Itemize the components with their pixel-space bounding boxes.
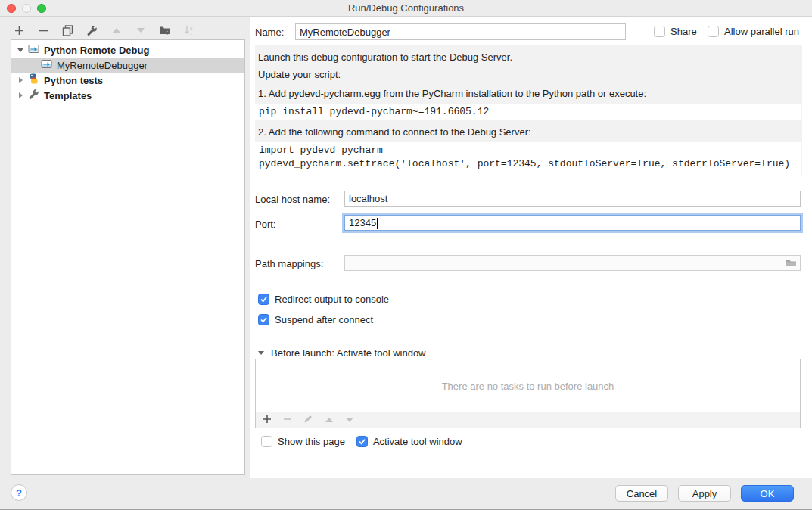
tree-item-label: Python Remote Debug bbox=[42, 45, 149, 56]
redirect-output-checkbox[interactable] bbox=[258, 294, 269, 305]
chevron-down-icon[interactable] bbox=[258, 347, 266, 359]
description-panel: Launch this debug configuration to start… bbox=[255, 45, 802, 176]
remove-icon[interactable] bbox=[38, 25, 49, 36]
python-icon bbox=[28, 73, 39, 87]
edit-pencil-icon[interactable] bbox=[303, 414, 313, 426]
tree-item-templates[interactable]: Templates bbox=[11, 88, 244, 103]
before-launch-task-list[interactable]: There are no tasks to run before launch bbox=[255, 359, 801, 413]
local-host-name-label: Local host name: bbox=[255, 194, 330, 205]
configurations-sidebar: az Python Remote Debug MyRemoteDebugger bbox=[0, 17, 250, 510]
text-caret bbox=[377, 218, 378, 229]
copy-icon[interactable] bbox=[62, 25, 73, 36]
new-folder-icon[interactable] bbox=[159, 25, 170, 36]
tree-item-label: Python tests bbox=[42, 75, 103, 86]
svg-text:a: a bbox=[190, 26, 193, 30]
path-mappings-label: Path mappings: bbox=[255, 258, 323, 269]
port-value: 12345 bbox=[349, 217, 376, 229]
suspend-after-connect-checkbox-group[interactable]: Suspend after connect bbox=[258, 314, 373, 325]
path-mappings-input[interactable] bbox=[344, 255, 801, 271]
remove-icon[interactable] bbox=[283, 415, 292, 426]
allow-parallel-run-checkbox-group[interactable]: Allow parallel run bbox=[708, 26, 799, 37]
name-input[interactable] bbox=[295, 23, 626, 40]
move-up-icon[interactable] bbox=[110, 25, 122, 36]
tree-item-label: Templates bbox=[42, 90, 92, 101]
ok-button[interactable]: OK bbox=[741, 485, 794, 502]
add-icon[interactable] bbox=[263, 415, 272, 426]
chevron-right-icon[interactable] bbox=[16, 76, 25, 84]
add-icon[interactable] bbox=[14, 25, 25, 36]
port-input[interactable]: 12345 bbox=[344, 215, 801, 231]
description-line: Launch this debug configuration to start… bbox=[258, 45, 802, 64]
apply-button[interactable]: Apply bbox=[678, 485, 731, 502]
pip-install-code-snippet: pip install pydevd-pycharm~=191.6605.12 bbox=[255, 104, 801, 120]
activate-tool-window-checkbox[interactable] bbox=[356, 436, 368, 447]
show-this-page-checkbox-group[interactable]: Show this page bbox=[261, 436, 345, 447]
description-step1: 1. Add pydevd-pycharm.egg from the PyCha… bbox=[258, 87, 802, 100]
section-divider bbox=[433, 353, 801, 353]
help-button[interactable]: ? bbox=[11, 484, 27, 501]
sidebar-toolbar: az bbox=[14, 23, 194, 37]
show-this-page-checkbox[interactable] bbox=[261, 436, 272, 447]
move-down-icon[interactable] bbox=[135, 25, 146, 36]
name-label: Name: bbox=[255, 26, 284, 38]
edit-defaults-wrench-icon[interactable] bbox=[86, 25, 98, 36]
before-launch-section-header[interactable]: Before launch: Activate tool window bbox=[258, 347, 801, 359]
show-this-page-label: Show this page bbox=[278, 436, 345, 447]
share-checkbox[interactable] bbox=[654, 26, 665, 37]
move-down-icon[interactable] bbox=[345, 415, 354, 426]
chevron-right-icon[interactable] bbox=[16, 92, 25, 99]
allow-parallel-run-label: Allow parallel run bbox=[724, 26, 799, 37]
remote-debug-config-icon bbox=[28, 44, 39, 56]
cancel-button[interactable]: Cancel bbox=[615, 485, 668, 502]
question-mark-icon: ? bbox=[16, 487, 22, 499]
move-up-icon[interactable] bbox=[325, 415, 334, 426]
redirect-output-checkbox-group[interactable]: Redirect output to console bbox=[258, 294, 389, 305]
share-checkbox-group[interactable]: Share bbox=[654, 26, 697, 37]
activate-tool-window-label: Activate tool window bbox=[373, 436, 462, 447]
before-launch-title: Before launch: Activate tool window bbox=[271, 347, 426, 359]
settrace-code-snippet: import pydevd_pycharm pydevd_pycharm.set… bbox=[255, 142, 801, 183]
browse-folder-icon[interactable] bbox=[786, 258, 797, 270]
sort-alpha-icon[interactable]: az bbox=[183, 25, 194, 36]
chevron-down-icon[interactable] bbox=[16, 46, 25, 54]
configuration-editor: Name: Share Allow parallel run Launch th… bbox=[255, 17, 802, 478]
svg-text:z: z bbox=[190, 31, 192, 36]
configurations-tree: Python Remote Debug MyRemoteDebugger Pyt… bbox=[11, 39, 245, 475]
local-host-name-input[interactable] bbox=[344, 191, 801, 207]
activate-tool-window-checkbox-group[interactable]: Activate tool window bbox=[356, 436, 462, 447]
run-debug-configurations-dialog: Run/Debug Configurations az bbox=[0, 0, 812, 510]
dialog-footer: ? Cancel Apply OK bbox=[0, 478, 812, 510]
description-step2: 2. Add the following command to connect … bbox=[258, 126, 802, 138]
share-label: Share bbox=[670, 26, 697, 37]
wrench-icon bbox=[28, 89, 39, 102]
allow-parallel-run-checkbox[interactable] bbox=[708, 26, 719, 37]
before-launch-toolbar bbox=[255, 412, 801, 428]
tree-item-label: MyRemoteDebugger bbox=[55, 60, 148, 71]
suspend-after-connect-checkbox[interactable] bbox=[258, 314, 269, 325]
suspend-after-connect-label: Suspend after connect bbox=[275, 314, 373, 325]
tree-item-python-tests[interactable]: Python tests bbox=[11, 73, 244, 88]
titlebar: Run/Debug Configurations bbox=[0, 0, 812, 17]
port-label: Port: bbox=[255, 219, 275, 230]
tree-item-myremotedebugger-selected[interactable]: MyRemoteDebugger bbox=[11, 58, 244, 73]
remote-debug-config-icon bbox=[41, 59, 52, 71]
description-line: Update your script: bbox=[258, 68, 802, 81]
tree-item-python-remote-debug[interactable]: Python Remote Debug bbox=[11, 42, 244, 58]
empty-task-list-message: There are no tasks to run before launch bbox=[442, 381, 614, 392]
redirect-output-label: Redirect output to console bbox=[275, 294, 389, 305]
window-title: Run/Debug Configurations bbox=[0, 2, 812, 14]
